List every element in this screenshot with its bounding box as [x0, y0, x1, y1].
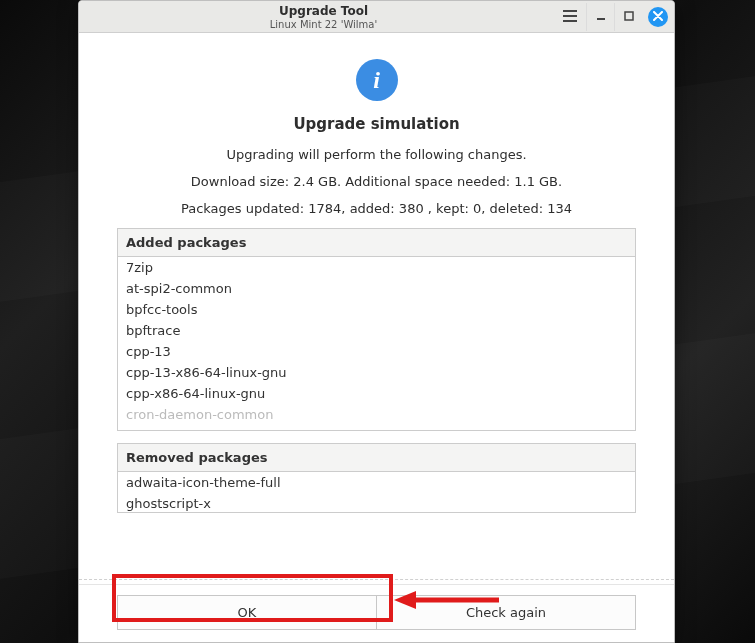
list-item: cpp-13-x86-64-linux-gnu — [118, 362, 635, 383]
list-item: 7zip — [118, 257, 635, 278]
list-item: ghostscript-x — [118, 493, 635, 512]
list-item: cpp-x86-64-linux-gnu — [118, 383, 635, 404]
list-item: bpfcc-tools — [118, 299, 635, 320]
footer-buttons: OK Check again — [79, 584, 674, 642]
hamburger-icon — [563, 9, 577, 25]
hamburger-menu-button[interactable] — [556, 3, 584, 31]
maximize-button[interactable] — [614, 3, 642, 31]
dialog-heading: Upgrade simulation — [117, 115, 636, 133]
download-size-text: Download size: 2.4 GB. Additional space … — [117, 174, 636, 189]
maximize-icon — [623, 9, 635, 25]
list-item: adwaita-icon-theme-full — [118, 472, 635, 493]
title-block: Upgrade Tool Linux Mint 22 'Wilma' — [91, 2, 556, 30]
close-icon — [653, 10, 663, 24]
list-item-truncated: cron-daemon-common — [118, 404, 635, 425]
app-subtitle: Linux Mint 22 'Wilma' — [91, 19, 556, 31]
package-counts-text: Packages updated: 1784, added: 380 , kep… — [117, 201, 636, 216]
close-button[interactable] — [648, 7, 668, 27]
list-item: at-spi2-common — [118, 278, 635, 299]
info-icon: i — [356, 59, 398, 101]
changes-text: Upgrading will perform the following cha… — [117, 147, 636, 162]
removed-packages-list[interactable]: adwaita-icon-theme-full ghostscript-x — [118, 472, 635, 512]
added-packages-list[interactable]: 7zip at-spi2-common bpfcc-tools bpftrace… — [118, 257, 635, 430]
titlebar-controls — [556, 3, 668, 31]
footer-separator — [79, 579, 674, 580]
titlebar: Upgrade Tool Linux Mint 22 'Wilma' — [79, 1, 674, 33]
list-item: cpp-13 — [118, 341, 635, 362]
ok-button[interactable]: OK — [117, 595, 377, 630]
minimize-button[interactable] — [586, 3, 614, 31]
svg-rect-0 — [625, 12, 633, 20]
check-again-button[interactable]: Check again — [377, 595, 636, 630]
added-packages-header: Added packages — [118, 229, 635, 257]
app-title: Upgrade Tool — [91, 4, 556, 18]
minimize-icon — [595, 9, 607, 25]
added-packages-section: Added packages 7zip at-spi2-common bpfcc… — [117, 228, 636, 431]
removed-packages-header: Removed packages — [118, 444, 635, 472]
window-body: i Upgrade simulation Upgrading will perf… — [79, 33, 674, 642]
upgrade-tool-window: Upgrade Tool Linux Mint 22 'Wilma' — [78, 0, 675, 643]
list-item: bpftrace — [118, 320, 635, 341]
removed-packages-section: Removed packages adwaita-icon-theme-full… — [117, 443, 636, 513]
